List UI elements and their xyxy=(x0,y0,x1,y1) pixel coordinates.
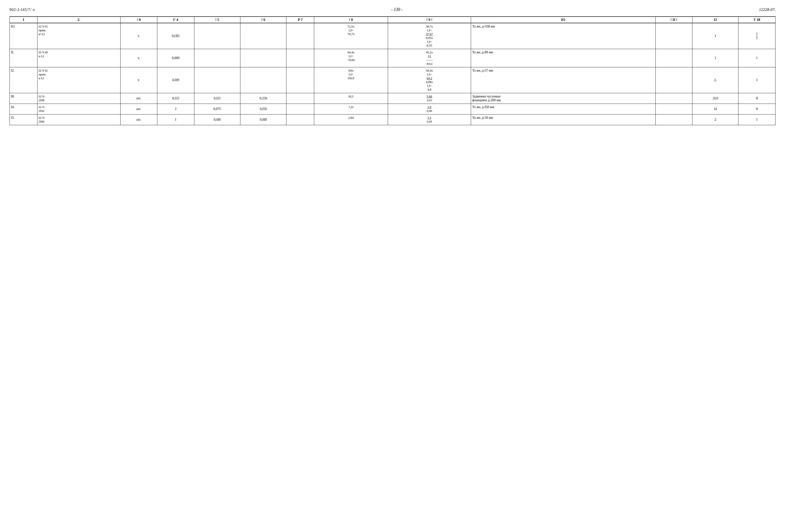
row-col8: I0,5 xyxy=(314,93,388,104)
row-col12: I4 xyxy=(692,104,738,114)
row-number: IO. xyxy=(10,23,37,49)
doc-code: 12228-07. xyxy=(759,7,776,12)
row-col11 xyxy=(655,93,692,104)
col-header-1: I xyxy=(10,17,37,23)
main-table: I 2. ! 8 I' 4 ! 5 ! 6 P 7 ! 8 ! 9 ! IO !… xyxy=(9,16,776,125)
row-number: II. xyxy=(10,49,37,67)
table-row: I5.I2-Y- 2I89шт.I0,0I80,0I82,84I,30,0IТо… xyxy=(10,114,776,125)
row-col5 xyxy=(194,67,240,93)
row-col13: I xyxy=(738,114,776,125)
row-description: То же, д-50 мм xyxy=(471,114,655,125)
row-col11 xyxy=(655,67,692,93)
row-col6: 0,0I8 xyxy=(240,114,286,125)
row-col9: I,30,0I xyxy=(388,114,471,125)
table-row: I2.I2-Y-I2 прим. к-I,Iт.0,0I9II9х I,I= I… xyxy=(10,67,776,93)
row-code: I2-Y- 2I92 xyxy=(37,104,120,114)
col-header-11: ! II ! xyxy=(655,17,692,23)
row-col5 xyxy=(194,23,240,49)
row-col13: I xyxy=(738,67,776,93)
row-col7 xyxy=(286,114,314,125)
col-header-6: ! 6 xyxy=(240,17,286,23)
row-col6: 0,I50 xyxy=(240,104,286,114)
row-col4: 0,OI5 xyxy=(157,23,194,49)
table-row: I4.I2-Y- 2I92шт.20,0750,I507,I33,90,06То… xyxy=(10,104,776,114)
row-col5: 0,075 xyxy=(194,104,240,114)
col-header-7: P 7 xyxy=(286,17,314,23)
row-col9: 5,680,I5 xyxy=(388,93,471,104)
row-description: То же, д-57 мм xyxy=(471,67,655,93)
row-col4: 0,009 xyxy=(157,49,194,67)
row-col9: 38,7хI,I=37,078,05хI,I=8,35 xyxy=(388,23,471,49)
row-col13: I xyxy=(738,49,776,67)
table-row: I8.I2-Y- 2I98шт.0,I250,I250,250I0,55,680… xyxy=(10,93,776,104)
row-unit: шт. xyxy=(120,93,157,104)
row-description: То же, д-89 мм xyxy=(471,49,655,67)
row-unit: т. xyxy=(120,49,157,67)
row-col8: II9х I,I= I30,9 xyxy=(314,67,388,93)
row-col11 xyxy=(655,49,692,67)
row-description: То же, д-I50 мм xyxy=(471,104,655,114)
row-col4: 2 xyxy=(157,104,194,114)
row-unit: т. xyxy=(120,67,157,93)
row-col8: 94,4х I,I= =8,84 xyxy=(314,49,388,67)
row-description: Задвижки чугунные фланцевче д-200 мм xyxy=(471,93,655,104)
row-col7 xyxy=(286,49,314,67)
row-code: I2-Y-I2 прим. к-I,I xyxy=(37,67,120,93)
row-code: I2-Y- 2I98 xyxy=(37,93,120,104)
row-col13: 8 xyxy=(738,104,776,114)
row-col6: 0,250 xyxy=(240,93,286,104)
row-col8: 7,I3 xyxy=(314,104,388,114)
row-col9: 58,4хI,I=64,24,88хI,I=4,8 xyxy=(388,67,471,93)
row-col9: 45,2хI,I——4хI,I xyxy=(388,49,471,67)
col-header-5: ! 5 xyxy=(194,17,240,23)
row-number: I2. xyxy=(10,67,37,93)
row-number: I5. xyxy=(10,114,37,125)
row-code: I2-Y-I8 к-I,I xyxy=(37,49,120,67)
row-col12: I xyxy=(692,49,738,67)
row-unit: шт. xyxy=(120,114,157,125)
column-headers: I 2. ! 8 I' 4 ! 5 ! 6 P 7 ! 8 ! 9 ! IO !… xyxy=(10,17,776,23)
col-header-12: I2 xyxy=(692,17,738,23)
col-header-2: 2. xyxy=(37,17,120,23)
row-col12: 2, xyxy=(692,67,738,93)
row-description: То же, д=I38 мм xyxy=(471,23,655,49)
col-header-13: I' I8 xyxy=(738,17,776,23)
row-col4: 0,0I9 xyxy=(157,67,194,93)
row-code: I2-Y- 2I89 xyxy=(37,114,120,125)
row-col5 xyxy=(194,49,240,67)
row-unit: шт. xyxy=(120,104,157,114)
row-col5: 0,I25 xyxy=(194,93,240,104)
row-col11 xyxy=(655,114,692,125)
row-col12: 2I,0 xyxy=(692,93,738,104)
row-unit: т. xyxy=(120,23,157,49)
row-col13: II xyxy=(738,23,776,49)
col-header-8: ! 8 xyxy=(314,17,388,23)
row-col7 xyxy=(286,104,314,114)
row-col11 xyxy=(655,104,692,114)
row-col9: 3,90,06 xyxy=(388,104,471,114)
row-col7 xyxy=(286,67,314,93)
row-col8: 72,5х I,I= 79,75 xyxy=(314,23,388,49)
row-col13: II xyxy=(738,93,776,104)
row-number: I8. xyxy=(10,93,37,104)
col-header-4: I' 4 xyxy=(157,17,194,23)
col-header-10: IO xyxy=(471,17,655,23)
row-col12: 2 xyxy=(692,114,738,125)
col-header-3: ! 8 xyxy=(120,17,157,23)
table-row: II.I2-Y-I8 к-I,Iт.0,00994,4х I,I= =8,844… xyxy=(10,49,776,67)
row-col6 xyxy=(240,67,286,93)
row-code: I2-Y-I5 прим. к=I,I xyxy=(37,23,120,49)
row-col5: 0,0I8 xyxy=(194,114,240,125)
row-number: I4. xyxy=(10,104,37,114)
doc-number: 902-2-I45/7/ о xyxy=(9,7,35,12)
row-col12: I xyxy=(692,23,738,49)
row-col8: 2,84 xyxy=(314,114,388,125)
row-col6 xyxy=(240,49,286,67)
row-col11 xyxy=(655,23,692,49)
row-col4: I xyxy=(157,114,194,125)
row-col7 xyxy=(286,23,314,49)
row-col7 xyxy=(286,93,314,104)
page-number: - 130 - xyxy=(391,7,403,12)
row-col6 xyxy=(240,23,286,49)
table-row: IO.I2-Y-I5 прим. к=I,Iт.0,OI572,5х I,I= … xyxy=(10,23,776,49)
